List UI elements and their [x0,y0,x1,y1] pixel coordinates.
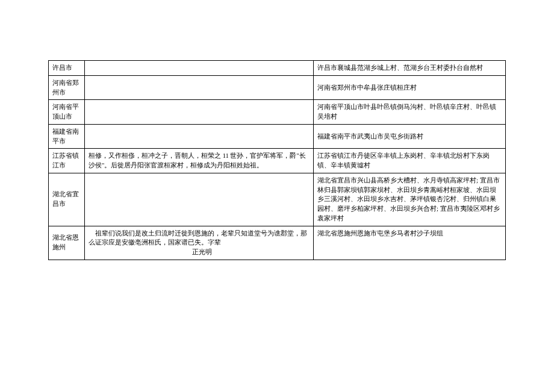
details-cell: 河南省郑州市中牟县张庄镇桓庄村 [314,75,506,100]
notes-cell [85,124,314,149]
table-row: 江苏省镇江市 桓修，又作桓俢，桓冲之子，晋朝人，桓荣之 11 世孙，官护军将军，… [49,149,506,173]
details-cell: 湖北省宜昌市兴山县高桥乡大槽村、水月寺镇高家坪村; 宜昌市林归县郭家坝镇郭家坝村… [314,173,506,226]
notes-cell [85,173,314,226]
region-cell: 河南省郑州市 [49,75,85,100]
notes-line1: 祖辈们说我们是改土归流时迁徙到恩施的，老辈只知道堂号为谯郡堂，那么证宗应是安徽亳… [89,230,307,246]
region-cell: 江苏省镇江市 [49,149,85,173]
region-cell: 许昌市 [49,61,85,76]
table-row: 河南省平顶山市 河南省平顶山市叶县叶邑镇倒马沟村、叶邑镇辛庄村、叶邑镇吴培村 [49,100,506,125]
table-row: 湖北省宜昌市 湖北省宜昌市兴山县高桥乡大槽村、水月寺镇高家坪村; 宜昌市林归县郭… [49,173,506,226]
region-cell: 湖北省宜昌市 [49,173,85,226]
notes-cell [85,61,314,76]
table-row: 福建省南平市 福建省南平市武夷山市吴屯乡街路村 [49,124,506,149]
table-row: 许昌市 许昌市襄城县范湖乡城上村、范湖乡台王村委扑台自然村 [49,61,506,76]
details-cell: 许昌市襄城县范湖乡城上村、范湖乡台王村委扑台自然村 [314,61,506,76]
details-cell: 福建省南平市武夷山市吴屯乡街路村 [314,124,506,149]
region-cell: 河南省平顶山市 [49,100,85,125]
data-table: 许昌市 许昌市襄城县范湖乡城上村、范湖乡台王村委扑台自然村 河南省郑州市 河南省… [48,60,506,260]
region-cell: 湖北省恩施州 [49,226,85,260]
details-cell: 河南省平顶山市叶县叶邑镇倒马沟村、叶邑镇辛庄村、叶邑镇吴培村 [314,100,506,125]
details-cell: 江苏省镇江市丹徒区辛丰镇上东岗村、辛丰镇北纷村下东岗镇、辛丰镇黄墟村 [314,149,506,173]
table-row: 河南省郑州市 河南省郑州市中牟县张庄镇桓庄村 [49,75,506,100]
notes-line2: 正光明 [89,247,310,257]
notes-cell: 祖辈们说我们是改土归流时迁徙到恩施的，老辈只知道堂号为谯郡堂，那么证宗应是安徽亳… [85,226,314,260]
details-cell: 湖北省恩施州恩施市屯堡乡马者村沙子坝组 [314,226,506,260]
notes-cell [85,75,314,100]
notes-cell: 桓修，又作桓俢，桓冲之子，晋朝人，桓荣之 11 世孙，官护军将军，爵"长沙侯"。… [85,149,314,173]
table-row: 湖北省恩施州 祖辈们说我们是改土归流时迁徙到恩施的，老辈只知道堂号为谯郡堂，那么… [49,226,506,260]
notes-cell [85,100,314,125]
region-cell: 福建省南平市 [49,124,85,149]
